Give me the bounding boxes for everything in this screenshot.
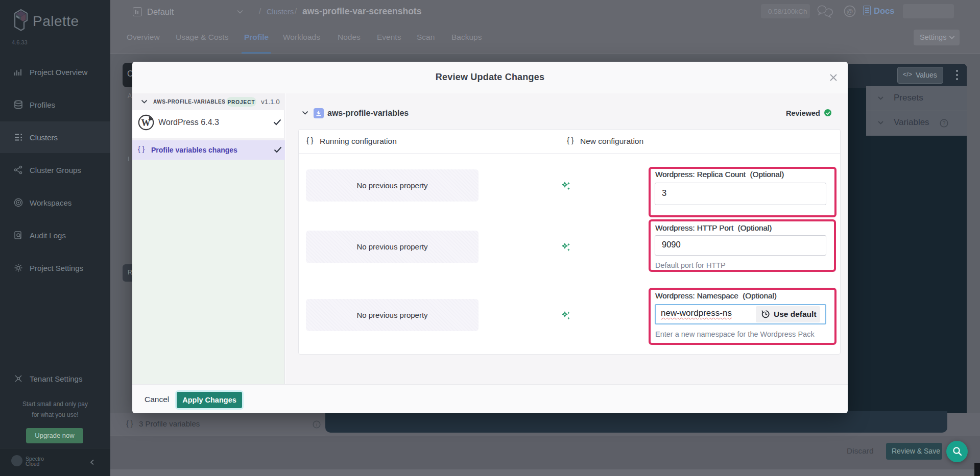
svg-text:?: ?: [943, 120, 946, 126]
svg-text:@: @: [846, 8, 853, 15]
svg-text:W: W: [141, 118, 151, 128]
svg-text:i: i: [316, 422, 317, 428]
